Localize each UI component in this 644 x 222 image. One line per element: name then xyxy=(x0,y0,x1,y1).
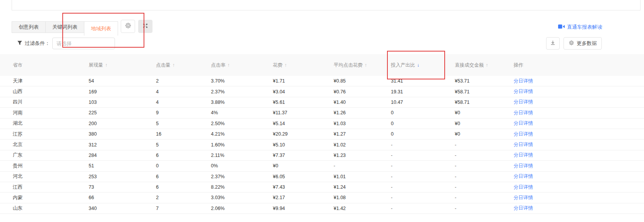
column-header-roi[interactable]: 投入产出比↓ xyxy=(391,62,455,69)
table-row: 北京31251.60%¥5.10¥1.02--分日详情 xyxy=(0,139,644,150)
cell-actions: 分日详情 xyxy=(514,152,644,158)
cell-clicks: 6 xyxy=(156,184,211,190)
sort-up-icon: ↑ xyxy=(365,62,367,68)
filter-label-group: 过滤条件： xyxy=(17,40,50,47)
column-header-avg_cpc[interactable]: 平均点击花费↑ xyxy=(334,62,391,69)
cell-actions: 分日详情 xyxy=(514,88,644,95)
column-settings-button[interactable] xyxy=(121,20,135,33)
cell-ctr: 3.03% xyxy=(211,195,273,200)
daily-detail-link[interactable]: 分日详情 xyxy=(514,174,533,179)
tab-bar: 创意列表关键词列表地域列表 xyxy=(12,20,152,36)
cell-cost: ¥1.71 xyxy=(273,78,334,84)
cell-avg_cpc: ¥1.24 xyxy=(334,184,391,190)
column-label: 平均点击花费 xyxy=(334,62,363,69)
more-data-button[interactable]: 更多数据 xyxy=(564,37,602,50)
daily-detail-link[interactable]: 分日详情 xyxy=(514,131,533,137)
column-header-clicks[interactable]: 点击量↑ xyxy=(156,62,211,69)
column-header-cost[interactable]: 花费↑ xyxy=(273,62,334,69)
daily-detail-link[interactable]: 分日详情 xyxy=(514,163,533,169)
sort-up-icon: ↑ xyxy=(173,62,175,68)
video-camera-icon xyxy=(558,24,565,30)
sort-up-icon: ↑ xyxy=(284,62,287,68)
cell-roi: - xyxy=(391,206,455,211)
daily-detail-link[interactable]: 分日详情 xyxy=(514,184,533,190)
cell-ctr: 2.37% xyxy=(211,174,273,179)
report-explain-link[interactable]: 直通车报表解读 xyxy=(558,24,602,31)
cell-impressions: 312 xyxy=(89,142,156,148)
tab-region[interactable]: 地域列表 xyxy=(84,21,118,36)
daily-detail-link[interactable]: 分日详情 xyxy=(514,152,533,158)
daily-detail-link[interactable]: 分日详情 xyxy=(514,89,533,94)
column-label: 省市 xyxy=(13,62,22,69)
cell-clicks: 4 xyxy=(156,89,211,95)
cell-impressions: 73 xyxy=(89,184,156,190)
cell-cost: ¥3.04 xyxy=(273,89,334,95)
tab-creative[interactable]: 创意列表 xyxy=(12,21,46,33)
cell-direct_amount: - xyxy=(455,184,514,190)
fullscreen-button[interactable] xyxy=(138,20,152,33)
cell-roi: - xyxy=(391,174,455,179)
cell-roi: 31.41 xyxy=(391,78,455,84)
daily-detail-link[interactable]: 分日详情 xyxy=(514,110,533,115)
column-label: 花费 xyxy=(273,62,283,69)
cell-clicks: 5 xyxy=(156,121,211,126)
daily-detail-link[interactable]: 分日详情 xyxy=(514,205,533,211)
column-header-direct_amount[interactable]: 直接成交金额↑ xyxy=(455,62,514,69)
cell-province: 四川 xyxy=(13,99,89,105)
filter-select-input[interactable] xyxy=(52,38,115,49)
cell-impressions: 225 xyxy=(89,110,156,115)
cell-cost: ¥11.37 xyxy=(273,110,334,115)
daily-detail-link[interactable]: 分日详情 xyxy=(514,142,533,147)
cell-clicks: 9 xyxy=(156,110,211,115)
cell-province: 河南 xyxy=(13,110,89,116)
cell-avg_cpc: - xyxy=(334,163,391,169)
cell-actions: 分日详情 xyxy=(514,131,644,138)
cell-cost: ¥0 xyxy=(273,163,334,169)
daily-detail-link[interactable]: 分日详情 xyxy=(514,78,533,84)
daily-detail-link[interactable]: 分日详情 xyxy=(514,120,533,126)
cell-impressions: 380 xyxy=(89,131,156,137)
cell-cost: ¥9.94 xyxy=(273,206,334,211)
column-header-ctr[interactable]: 点击率↑ xyxy=(211,62,273,69)
column-label: 展现量 xyxy=(89,62,103,69)
daily-detail-link[interactable]: 分日详情 xyxy=(514,195,533,200)
cell-direct_amount: - xyxy=(455,174,514,179)
cell-ctr: 2.11% xyxy=(211,153,273,158)
cell-province: 北京 xyxy=(13,141,89,148)
column-header-province: 省市 xyxy=(13,62,89,69)
table-row: 贵州5100%¥0---分日详情 xyxy=(0,161,644,171)
cell-roi: - xyxy=(391,184,455,190)
cell-actions: 分日详情 xyxy=(514,184,644,191)
gear-icon xyxy=(569,40,574,47)
cell-cost: ¥2.17 xyxy=(273,195,334,200)
cell-province: 江西 xyxy=(13,184,89,191)
cell-clicks: 6 xyxy=(156,174,211,179)
cell-province: 天津 xyxy=(13,78,89,84)
cell-province: 山西 xyxy=(13,88,89,95)
cell-ctr: 3.70% xyxy=(211,78,273,84)
cell-avg_cpc: ¥1.26 xyxy=(334,110,391,115)
column-label: 直接成交金额 xyxy=(455,62,484,69)
cell-actions: 分日详情 xyxy=(514,110,644,116)
table-row: 内蒙6623.03%¥2.17¥1.08--分日详情 xyxy=(0,193,644,203)
daily-detail-link[interactable]: 分日详情 xyxy=(514,99,533,105)
table-row: 江西7368.22%¥7.43¥1.24--分日详情 xyxy=(0,182,644,193)
tab-keyword[interactable]: 关键词列表 xyxy=(45,21,84,33)
tab-list: 创意列表关键词列表地域列表 xyxy=(12,20,118,36)
download-button[interactable] xyxy=(546,37,560,50)
cell-impressions: 54 xyxy=(89,78,156,84)
cell-roi: - xyxy=(391,142,455,148)
cell-impressions: 169 xyxy=(89,89,156,95)
cell-clicks: 7 xyxy=(156,206,211,211)
table-row: 四川10343.88%¥5.61¥1.4010.47¥58.71分日详情 xyxy=(0,97,644,108)
page: 创意列表关键词列表地域列表 xyxy=(0,0,644,222)
cell-actions: 分日详情 xyxy=(514,78,644,84)
cell-ctr: 3.88% xyxy=(211,100,273,105)
cell-ctr: 8.22% xyxy=(211,184,273,190)
cell-province: 江苏 xyxy=(13,131,89,138)
cell-province: 山东 xyxy=(13,205,89,212)
table-row: 广东28462.11%¥7.37¥1.23--分日详情 xyxy=(0,150,644,161)
cell-ctr: 1.60% xyxy=(211,142,273,148)
cell-impressions: 103 xyxy=(89,100,156,105)
column-header-impressions[interactable]: 展现量↑ xyxy=(89,62,156,69)
